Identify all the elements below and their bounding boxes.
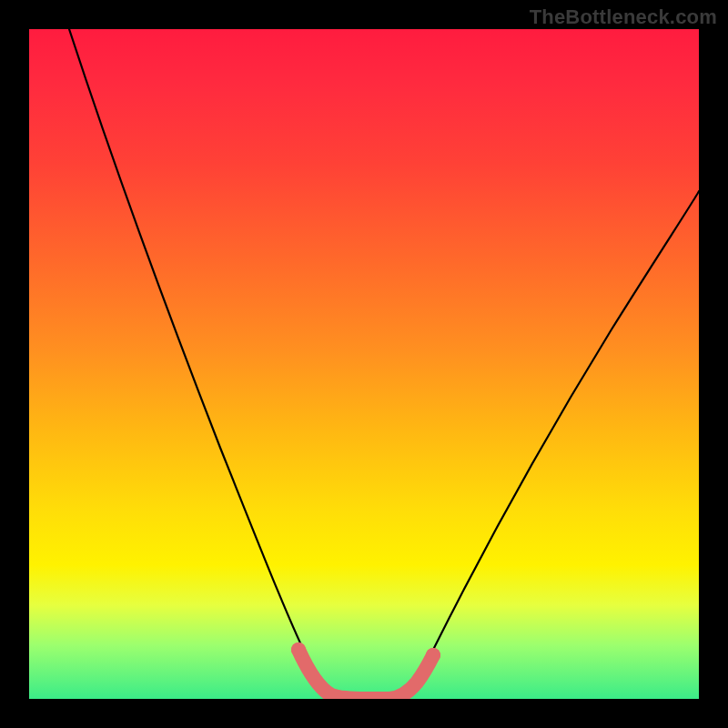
chart-frame: TheBottleneck.com bbox=[0, 0, 728, 728]
plot-area bbox=[29, 29, 699, 699]
watermark-text: TheBottleneck.com bbox=[530, 5, 717, 29]
pink-dot-right bbox=[426, 648, 440, 662]
black-curve bbox=[69, 29, 699, 698]
pink-highlight bbox=[298, 650, 433, 699]
curve-layer bbox=[29, 29, 699, 699]
pink-dot-left bbox=[291, 642, 306, 657]
